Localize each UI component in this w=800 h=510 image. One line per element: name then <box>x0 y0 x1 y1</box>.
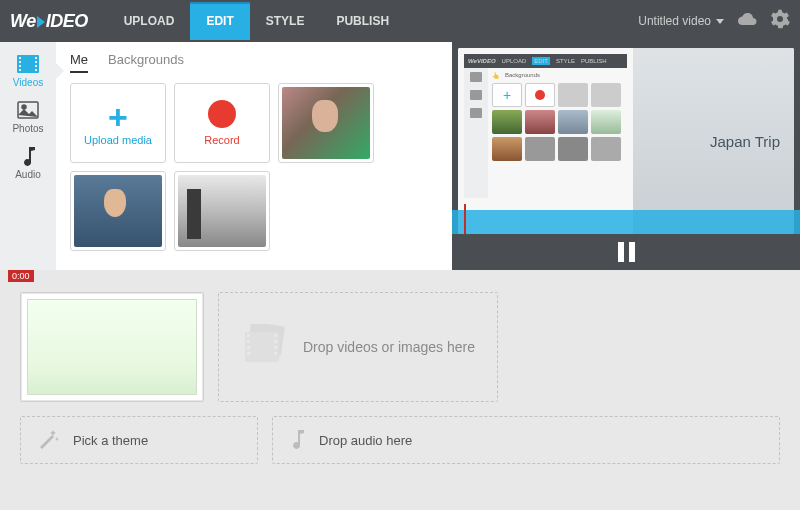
clip-slot[interactable] <box>20 292 204 402</box>
upload-media-label: Upload media <box>84 134 152 146</box>
preview-controls <box>452 234 800 270</box>
mini-tab-backgrounds: Backgrounds <box>505 72 540 79</box>
logo: WeIDEO <box>10 11 88 32</box>
thumbnail-image <box>178 175 266 247</box>
media-thumbnail[interactable] <box>70 171 166 251</box>
svg-rect-13 <box>247 334 250 337</box>
workspace: Videos Photos Audio Me Backgrounds + Upl… <box>0 42 800 270</box>
svg-rect-5 <box>35 57 37 59</box>
preview-mini-topbar: WeVIDEO UPLOAD EDIT STYLE PUBLISH <box>464 54 627 68</box>
svg-rect-19 <box>274 346 277 349</box>
chevron-down-icon <box>716 19 724 24</box>
preview-mini-editor: WeVIDEO UPLOAD EDIT STYLE PUBLISH 👆Backg… <box>458 48 633 234</box>
svg-rect-4 <box>19 69 21 71</box>
timeline: 0:00 Drop videos or images here Pick a t… <box>0 270 800 510</box>
preview-scrubber[interactable] <box>452 210 800 234</box>
media-tabs: Me Backgrounds <box>70 52 438 73</box>
record-button[interactable]: Record <box>174 83 270 163</box>
video-track: Drop videos or images here <box>0 270 800 412</box>
svg-point-10 <box>22 105 26 109</box>
media-grid: + Upload media Record <box>70 83 438 251</box>
plus-icon: + <box>108 100 128 134</box>
sidebar-item-audio[interactable]: Audio <box>0 140 56 186</box>
logo-text-post: IDEO <box>46 11 88 31</box>
music-note-icon <box>289 428 305 453</box>
svg-rect-3 <box>19 65 21 67</box>
mini-nav-style: STYLE <box>556 58 575 64</box>
timecode-marker: 0:00 <box>8 270 34 282</box>
film-stack-icon <box>241 324 291 371</box>
pause-button[interactable] <box>618 242 635 262</box>
svg-rect-18 <box>274 340 277 343</box>
pick-theme-zone[interactable]: Pick a theme <box>20 416 258 464</box>
pick-theme-label: Pick a theme <box>73 433 148 448</box>
cloud-icon[interactable] <box>736 11 758 31</box>
thumbnail-image <box>282 87 370 159</box>
svg-rect-14 <box>247 340 250 343</box>
drop-videos-label: Drop videos or images here <box>303 339 475 355</box>
sidebar-item-videos[interactable]: Videos <box>0 48 56 94</box>
media-tab-backgrounds[interactable]: Backgrounds <box>108 52 184 73</box>
sidebar: Videos Photos Audio <box>0 42 56 270</box>
record-label: Record <box>204 134 239 146</box>
project-title-dropdown[interactable]: Untitled video <box>638 14 724 28</box>
svg-rect-16 <box>247 352 250 355</box>
preview-video-frame: Japan Trip <box>633 48 794 234</box>
gear-icon[interactable] <box>770 9 790 33</box>
main-nav: UPLOAD EDIT STYLE PUBLISH <box>108 2 405 40</box>
preview-panel: WeVIDEO UPLOAD EDIT STYLE PUBLISH 👆Backg… <box>452 42 800 270</box>
topbar-right: Untitled video <box>638 9 790 33</box>
preview-title-text: Japan Trip <box>710 133 780 150</box>
clip-thumbnail <box>27 299 197 395</box>
logo-play-icon <box>37 16 45 28</box>
drop-videos-zone[interactable]: Drop videos or images here <box>218 292 498 402</box>
thumbnail-image <box>74 175 162 247</box>
sidebar-item-photos[interactable]: Photos <box>0 94 56 140</box>
svg-rect-17 <box>274 334 277 337</box>
media-panel: Me Backgrounds + Upload media Record <box>56 42 452 270</box>
nav-upload[interactable]: UPLOAD <box>108 2 191 40</box>
svg-rect-8 <box>35 69 37 71</box>
logo-text-pre: We <box>10 11 36 31</box>
nav-style[interactable]: STYLE <box>250 2 321 40</box>
music-note-icon <box>17 146 39 166</box>
svg-rect-1 <box>19 57 21 59</box>
nav-publish[interactable]: PUBLISH <box>320 2 405 40</box>
sidebar-item-label: Audio <box>15 169 41 180</box>
nav-edit[interactable]: EDIT <box>190 2 249 40</box>
svg-rect-12 <box>245 332 279 362</box>
svg-rect-20 <box>274 352 277 355</box>
media-thumbnail[interactable] <box>278 83 374 163</box>
image-icon <box>17 100 39 120</box>
svg-rect-7 <box>35 65 37 67</box>
mini-nav-publish: PUBLISH <box>581 58 607 64</box>
media-thumbnail[interactable] <box>174 171 270 251</box>
svg-rect-6 <box>35 61 37 63</box>
svg-rect-15 <box>247 346 250 349</box>
preview-content: WeVIDEO UPLOAD EDIT STYLE PUBLISH 👆Backg… <box>458 48 794 234</box>
mini-nav-upload: UPLOAD <box>502 58 527 64</box>
drop-audio-label: Drop audio here <box>319 433 412 448</box>
drop-audio-zone[interactable]: Drop audio here <box>272 416 780 464</box>
film-icon <box>17 54 39 74</box>
mini-nav-edit: EDIT <box>532 57 550 65</box>
sidebar-item-label: Photos <box>12 123 43 134</box>
media-tab-me[interactable]: Me <box>70 52 88 73</box>
sidebar-item-label: Videos <box>13 77 43 88</box>
wand-icon <box>37 428 59 453</box>
upload-media-button[interactable]: + Upload media <box>70 83 166 163</box>
topbar: WeIDEO UPLOAD EDIT STYLE PUBLISH Untitle… <box>0 0 800 42</box>
bottom-tracks: Pick a theme Drop audio here <box>0 412 800 478</box>
project-title-text: Untitled video <box>638 14 711 28</box>
record-dot-icon <box>208 100 236 128</box>
svg-rect-2 <box>19 61 21 63</box>
